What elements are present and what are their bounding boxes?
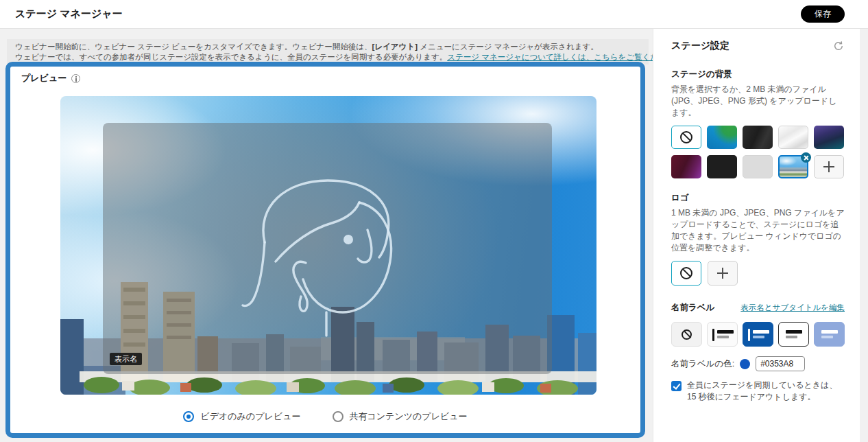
background-swatch-red-purple[interactable] <box>671 155 701 178</box>
banner-text: ウェビナーでは、すべての参加者が同じステージ設定を表示できるように、全員のステー… <box>15 53 447 61</box>
name-label-style-row <box>671 322 845 347</box>
radio-shared-content[interactable]: 共有コンテンツのプレビュー <box>333 410 468 423</box>
prohibited-icon <box>680 267 692 279</box>
name-label-style-black-outlined[interactable] <box>778 322 809 347</box>
plus-icon <box>717 268 728 279</box>
preview-mode-radio-group: ビデオのみのプレビュー 共有コンテンツのプレビュー <box>10 410 640 423</box>
banner-bold-text: [レイアウト] <box>372 43 418 51</box>
background-swatch-light-wave[interactable] <box>778 126 808 149</box>
display-name-label[interactable]: 表示名 <box>110 353 142 365</box>
banner-line-2: ウェビナーでは、すべての参加者が同じステージ設定を表示できるように、全員のステー… <box>15 52 640 62</box>
banner-text: メニューにステージ マネージャが表示されます。 <box>418 43 599 51</box>
background-swatch-light-gray[interactable] <box>743 155 773 178</box>
refresh-icon[interactable] <box>832 40 845 52</box>
logo-none-button[interactable] <box>671 261 701 286</box>
radio-video-only[interactable]: ビデオのみのプレビュー <box>183 410 300 423</box>
background-section-title: ステージの背景 <box>671 69 845 80</box>
logo-add-button[interactable] <box>708 261 738 286</box>
prohibited-icon <box>682 329 692 340</box>
info-icon[interactable] <box>71 74 80 83</box>
background-swatch-dark-wave[interactable] <box>743 126 773 149</box>
color-picker-dot[interactable] <box>740 359 750 369</box>
logo-option-row <box>671 261 845 286</box>
name-label-color-input[interactable] <box>756 356 805 371</box>
name-label-style-none[interactable] <box>671 322 702 347</box>
stage-settings-sidebar: ステージ設定 ステージの背景 背景を選択するか、2 MB 未満のファイル (JP… <box>653 29 860 442</box>
logo-section-description: 1 MB 未満の JPG、JPEG、PNG ファイルをアップロードすることで、ス… <box>671 207 845 254</box>
stage-background-image: 表示名 <box>60 96 596 395</box>
sync-fadeout-checkbox[interactable] <box>671 381 682 391</box>
save-button[interactable]: 保存 <box>801 5 845 23</box>
name-label-style-black-left[interactable] <box>707 322 738 347</box>
close-icon[interactable] <box>801 152 811 163</box>
name-label-style-light-blue[interactable] <box>814 322 845 347</box>
radio-label: ビデオのみのプレビュー <box>200 410 300 423</box>
stage-manager-page: ステージ マネージャー 保存 ウェビナー開始前に、ウェビナー ステージ ビューを… <box>0 0 868 442</box>
top-bar: ステージ マネージャー 保存 <box>0 0 868 29</box>
background-swatch-blue-green[interactable] <box>707 126 737 149</box>
radio-unselected-icon <box>333 411 343 422</box>
preview-panel: プレビュー <box>5 62 645 438</box>
name-label-color-label: 名前ラベルの色: <box>671 358 734 370</box>
banner-text: ウェビナー開始前に、ウェビナー ステージ ビューをカスタマイズできます。ウェビナ… <box>15 43 372 51</box>
background-swatch-black[interactable] <box>707 155 737 178</box>
background-section-description: 背景を選択するか、2 MB 未満のファイル (JPG、JPEG、PNG 形式) … <box>671 84 845 119</box>
learn-more-link[interactable]: ステージ マネージャについて詳しくは、こちらをご覧ください。 <box>447 53 682 61</box>
radio-selected-icon <box>183 411 194 422</box>
background-swatch-purple-teal[interactable] <box>814 126 844 149</box>
video-tile-overlay <box>103 123 552 374</box>
background-swatch-city-selected[interactable] <box>778 155 808 178</box>
background-add-button[interactable] <box>814 155 844 178</box>
sidebar-title: ステージ設定 <box>671 40 730 52</box>
edit-display-name-link[interactable]: 表示名とサブタイトルを編集 <box>740 303 845 313</box>
background-none-swatch[interactable] <box>671 126 701 149</box>
page-title: ステージ マネージャー <box>15 8 123 21</box>
info-banner: ウェビナー開始前に、ウェビナー ステージ ビューをカスタマイズできます。ウェビナ… <box>7 39 649 65</box>
name-label-section-title: 名前ラベル <box>671 302 714 314</box>
radio-label: 共有コンテンツのプレビュー <box>350 410 468 423</box>
sync-fadeout-label: 全員にステージを同期しているときは、15 秒後にフェードアウトします。 <box>687 380 845 402</box>
sync-fadeout-option: 全員にステージを同期しているときは、15 秒後にフェードアウトします。 <box>671 380 845 402</box>
avatar-placeholder-icon <box>225 159 431 337</box>
name-label-style-blue-filled[interactable] <box>743 322 773 347</box>
banner-line-1: ウェビナー開始前に、ウェビナー ステージ ビューをカスタマイズできます。ウェビナ… <box>15 42 640 52</box>
logo-section-title: ロゴ <box>671 192 845 204</box>
preview-title: プレビュー <box>21 72 67 84</box>
background-swatch-grid <box>671 126 845 178</box>
plus-icon <box>823 161 834 172</box>
prohibited-icon <box>680 131 692 143</box>
